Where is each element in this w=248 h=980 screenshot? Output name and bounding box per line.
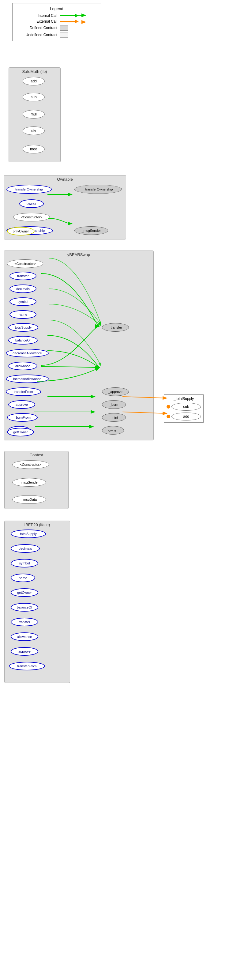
node-ext-sub[interactable]: sub [167,403,201,411]
node-ybs-_transfer[interactable]: _transfer [102,323,129,332]
node-ybs-symbol[interactable]: symbol [10,298,37,306]
node-ybs-_approve[interactable]: _approve [102,387,129,396]
legend-defined-box [60,25,68,30]
node-ownable-onlyOwner[interactable]: onlyOwner [7,227,35,235]
node-ownable-transferOwnership[interactable]: transferOwnership [6,185,52,194]
node-ibep20-decimals[interactable]: decimals [11,544,40,553]
legend-external-label: External Call [17,19,60,24]
node-ybs-decimals[interactable]: decimals [10,285,37,293]
node-ibep20-getOwner[interactable]: getOwner [11,588,38,597]
cluster-ybearswap: yBEARSwap <Constructor> transfer decimal… [4,250,154,441]
node-ybs-allowance[interactable]: allowance [8,362,37,370]
external-totalsupply-title: _totalSupply [167,396,201,401]
legend-undefined-box [60,32,68,38]
cluster-context-title: Context [5,451,68,459]
node-ownable-_transferOwnership[interactable]: _transferOwnership [75,185,122,194]
cluster-context: Context <Constructor> _msgSender _msgDat… [4,451,68,509]
cluster-ownable: Ownable transferOwnership _transferOwner… [4,175,126,240]
node-ibep20-transferFrom[interactable]: transferFrom [9,662,45,670]
node-ybs-_burnFrom[interactable]: _burnFrom [7,413,38,422]
node-ibep20-totalSupply[interactable]: totalSupply [11,530,46,538]
legend-box: Legend Internal Call External Call Defin… [12,3,101,41]
node-ctx-msgData[interactable]: _msgData [12,495,46,504]
node-ownable-_msgSender[interactable]: _msgSender [75,226,108,235]
node-sm-add[interactable]: add [23,77,45,86]
cluster-ibep20: IBEP20 (iface) totalSupply decimals symb… [4,520,70,683]
node-ybs-transfer[interactable]: transfer [10,272,37,280]
node-ybs-_mint[interactable]: _mint [102,413,126,422]
node-ybs-totalSupply[interactable]: totalSupply [8,323,38,332]
node-sm-sub[interactable]: sub [23,93,45,101]
node-ybs-name[interactable]: name [10,310,37,319]
node-ybs-decreaseAllowance[interactable]: decreaseAllowance [6,349,49,357]
node-sm-mul[interactable]: mul [23,110,45,119]
node-ybs-constructor[interactable]: <Constructor> [7,259,43,268]
node-ybs-owner[interactable]: owner [102,426,124,434]
node-ibep20-approve[interactable]: approve [11,647,38,656]
node-ctx-constructor[interactable]: <Constructor> [12,460,49,469]
node-ybs-transferFrom[interactable]: transferFrom [6,387,41,396]
node-ybs-increaseAllowance[interactable]: increaseAllowance [6,375,49,383]
node-ybs-_burn[interactable]: _burn [102,400,126,409]
cluster-ibep20-title: IBEP20 (iface) [5,521,70,528]
cluster-safemath-title: SafeMath (lib) [9,68,60,75]
external-totalsupply-box: _totalSupply sub add [164,395,203,423]
node-ibep20-allowance[interactable]: allowance [11,632,38,641]
node-ybs-balanceOf[interactable]: balanceOf [8,336,38,345]
node-ownable-constructor[interactable]: <Constructor> [13,213,50,221]
node-sm-mod[interactable]: mod [23,145,45,153]
legend-title: Legend [17,6,97,11]
node-ibep20-transfer[interactable]: transfer [11,618,38,626]
legend-undefined-label: Undefined Contract [17,33,60,37]
legend-defined-label: Defined Contract [17,26,60,30]
node-ybs-getOwner[interactable]: getOwner [7,428,34,436]
cluster-safemath: SafeMath (lib) add sub mul div mod [9,67,60,162]
cluster-ybearswap-title: yBEARSwap [4,251,153,258]
node-ownable-owner[interactable]: owner [19,199,44,208]
node-ibep20-balanceOf[interactable]: balanceOf [11,603,38,612]
node-ext-add[interactable]: add [167,412,201,420]
cluster-ownable-title: Ownable [4,175,126,183]
node-ibep20-name[interactable]: name [11,574,35,582]
node-ybs-approve[interactable]: approve [8,400,35,409]
node-ibep20-symbol[interactable]: symbol [11,559,38,568]
node-sm-div[interactable]: div [23,126,45,135]
legend-internal-label: Internal Call [17,13,60,18]
node-ctx-msgSender[interactable]: _msgSender [12,478,46,487]
